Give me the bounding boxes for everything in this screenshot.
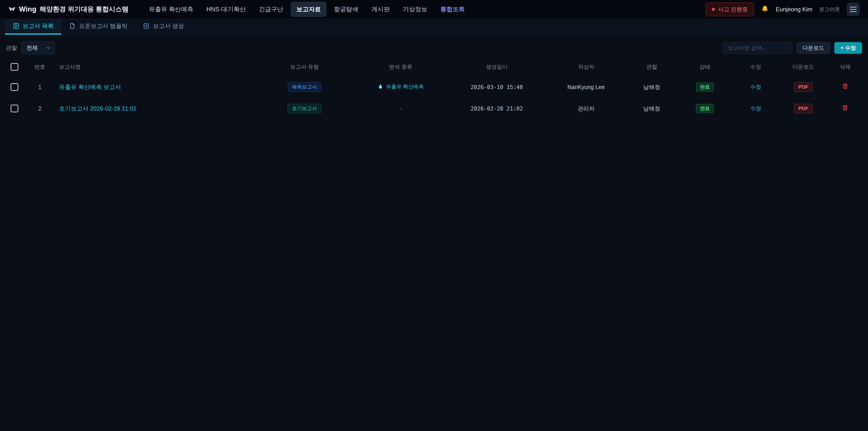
create-report-icon [143, 23, 150, 29]
logo-text: Wing [19, 5, 36, 13]
table-row: 1 유출유 확산예측 보고서 예측보고서 유출유 확산예측 2026-03-10… [6, 76, 862, 98]
top-navigation-bar: Wing 해양환경 위기대응 통합시스템 유출유 확산예측 HNS·대기확산 긴… [0, 0, 868, 19]
notification-bell-button[interactable] [761, 5, 769, 13]
edit-link[interactable]: 수정 [750, 105, 761, 112]
col-header-report-type: 보고서 유형 [256, 58, 353, 76]
nav-item-emergency-rescue[interactable]: 긴급구난 [253, 2, 289, 17]
nav-item-hns-air-diffusion[interactable]: HNS·대기확산 [200, 2, 252, 17]
tab-report-list[interactable]: 보고서 목록 [5, 19, 61, 35]
col-header-status: 상태 [677, 58, 733, 76]
report-search-input[interactable] [723, 42, 792, 54]
analysis-type-label: 유출유 확산예측 [386, 83, 424, 90]
col-header-delete: 삭제 [828, 58, 862, 76]
col-header-edit: 수정 [733, 58, 778, 76]
delete-button[interactable] [842, 104, 848, 111]
status-badge: 완료 [696, 83, 714, 92]
analysis-type: - [400, 105, 401, 112]
filter-toolbar: 관할 전체 다운로드 + 수정 [6, 41, 862, 55]
nav-item-oil-spill-prediction[interactable]: 유출유 확산예측 [143, 2, 199, 17]
author: 관리자 [546, 98, 627, 119]
row-number: 1 [23, 76, 57, 98]
row-checkbox[interactable] [11, 105, 18, 112]
jurisdiction-label: 관할 [6, 44, 17, 52]
report-name-link[interactable]: 초기보고서 2026-02-28 21:02 [59, 105, 136, 112]
table-header-row: 번호 보고서명 보고서 유형 분석 종류 생성일시 작성자 관할 상태 수정 다… [6, 58, 862, 76]
trash-icon [842, 83, 848, 90]
jurisdiction-select[interactable]: 전체 [21, 41, 55, 55]
table-row: 2 초기보고서 2026-02-28 21:02 초기보고서 - 2026-02… [6, 98, 862, 119]
incident-status-badge: 사고 진행중 [706, 2, 754, 16]
nav-item-aerial-search[interactable]: 항공탐색 [328, 2, 364, 17]
col-header-download: 다운로드 [778, 58, 828, 76]
report-table: 번호 보고서명 보고서 유형 분석 종류 생성일시 작성자 관할 상태 수정 다… [6, 58, 862, 119]
hamburger-menu-button[interactable] [847, 3, 860, 16]
created-at: 2026-03-10 15:40 [471, 84, 523, 90]
report-list-icon [13, 23, 20, 29]
tab-report-create[interactable]: 보고서 생성 [135, 19, 191, 35]
bell-icon [761, 5, 769, 13]
col-header-jurisdiction: 관할 [627, 58, 677, 76]
document-icon [69, 23, 76, 29]
row-checkbox[interactable] [11, 83, 18, 91]
jurisdiction-filter: 관할 전체 [6, 41, 55, 55]
edit-link[interactable]: 수정 [750, 84, 761, 90]
logout-button[interactable]: 로그아웃 [819, 6, 840, 13]
jurisdiction-selected-value: 전체 [26, 44, 38, 52]
tab-report-list-label: 보고서 목록 [23, 22, 54, 30]
trash-icon [842, 104, 848, 111]
main-nav: 유출유 확산예측 HNS·대기확산 긴급구난 보고자료 항공탐색 게시판 기상정… [143, 2, 471, 17]
nav-item-report-data[interactable]: 보고자료 [290, 2, 327, 17]
report-type-badge: 예측보고서 [288, 82, 321, 92]
created-at: 2026-02-28 21:02 [471, 105, 523, 112]
brand: Wing 해양환경 위기대응 통합시스템 [8, 5, 129, 14]
nav-item-weather-info[interactable]: 기상정보 [397, 2, 433, 17]
oil-spill-analysis-icon [377, 84, 383, 90]
nav-item-integrated-search[interactable]: 통합조회 [434, 2, 471, 17]
col-header-author: 작성자 [546, 58, 627, 76]
filter-actions: 다운로드 + 수정 [723, 42, 862, 54]
app-title: 해양환경 위기대응 통합시스템 [39, 5, 128, 14]
download-button[interactable]: 다운로드 [796, 42, 830, 54]
author: NanKyung Lee [546, 76, 627, 98]
col-header-report-name: 보고서명 [57, 58, 256, 76]
tab-standard-report-template[interactable]: 표준보고서 템플릿 [61, 19, 135, 35]
analysis-type: 유출유 확산예측 [377, 83, 424, 90]
nav-item-board[interactable]: 게시판 [366, 2, 396, 17]
tab-standard-report-template-label: 표준보고서 템플릿 [79, 22, 127, 30]
pdf-download-button[interactable]: PDF [794, 82, 813, 92]
create-edit-button[interactable]: + 수정 [834, 42, 862, 54]
topbar-right: 사고 진행중 Eunjeong Kim 로그아웃 [706, 2, 860, 16]
tab-bar: 보고서 목록 표준보고서 템플릿 보고서 생성 [0, 19, 868, 35]
report-name-link[interactable]: 유출유 확산예측 보고서 [59, 84, 121, 90]
col-header-analysis-type: 분석 종류 [353, 58, 448, 76]
report-type-badge: 초기보고서 [288, 104, 321, 113]
col-header-number: 번호 [23, 58, 57, 76]
pdf-download-button[interactable]: PDF [794, 104, 813, 113]
col-header-created-at: 생성일시 [448, 58, 546, 76]
user-name: Eunjeong Kim [776, 6, 812, 13]
tab-report-create-label: 보고서 생성 [153, 22, 184, 30]
status-badge: 완료 [696, 104, 714, 113]
incident-dot-icon [712, 8, 715, 11]
row-number: 2 [23, 98, 57, 119]
logo-icon [8, 5, 16, 13]
incident-badge-label: 사고 진행중 [718, 6, 748, 13]
jurisdiction: 남해청 [627, 98, 677, 119]
select-all-checkbox[interactable] [11, 63, 18, 71]
delete-button[interactable] [842, 83, 848, 90]
jurisdiction: 남해청 [627, 76, 677, 98]
chevron-down-icon [46, 45, 51, 51]
